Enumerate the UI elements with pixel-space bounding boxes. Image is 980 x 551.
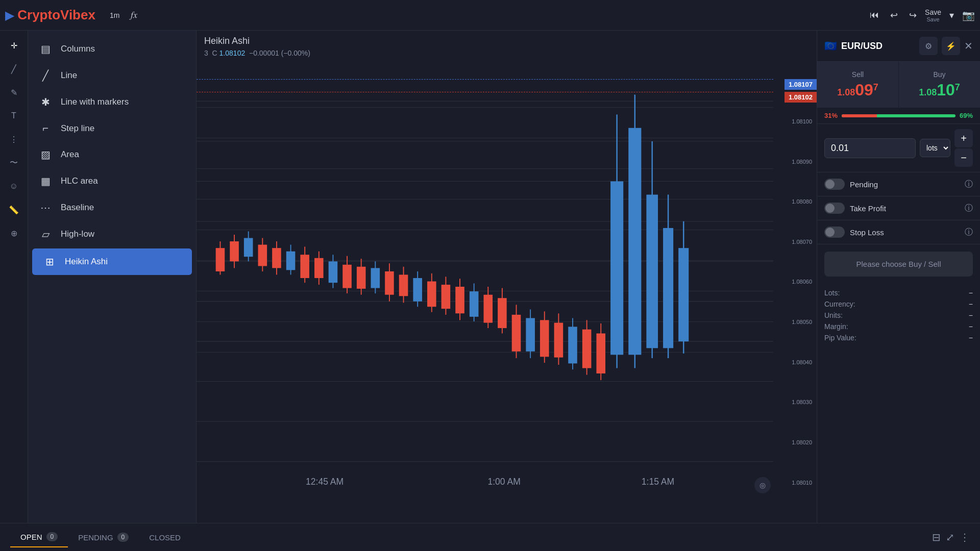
y-axis: 1.08110 1.08100 1.08090 1.08080 1.08070 … [773, 31, 814, 523]
take-profit-info-icon[interactable]: ⓘ [965, 203, 973, 214]
y-label-3: 1.08090 [773, 159, 814, 165]
zoom-tool[interactable]: ⊕ [4, 223, 23, 243]
chart-svg: 12:45 AM 1:00 AM 1:15 AM [197, 61, 773, 495]
lots-label: Lots: [824, 289, 840, 297]
ruler-tool[interactable]: 📏 [4, 200, 23, 219]
chart-type-line-with-markers[interactable]: ✱ Line with markers [28, 89, 196, 115]
chart-title: Heikin Ashi [204, 36, 250, 46]
stop-loss-info-icon[interactable]: ⓘ [965, 227, 973, 238]
lot-decrease-button[interactable]: − [954, 148, 973, 167]
screenshot-button[interactable]: 📷 [962, 9, 975, 21]
line-markers-icon: ✱ [38, 96, 53, 108]
sell-button[interactable]: Sell 1.08097 [817, 62, 899, 108]
chart-type-hlc-area[interactable]: ▦ HLC area [28, 168, 196, 194]
panel-icons: ⚙ ⚡ ✕ [919, 37, 973, 55]
pair-header: 🇪🇺 EUR/USD ⚙ ⚡ ✕ [817, 31, 980, 62]
chart-type-area[interactable]: ▨ Area [28, 141, 196, 168]
emoji-tool[interactable]: ☺ [4, 177, 23, 196]
chart-type-heikin-ashi[interactable]: ⊞ Heikin Ashi [32, 248, 192, 275]
high-low-label: High-low [61, 229, 94, 239]
take-profit-toggle-row: Take Profit ⓘ [817, 196, 980, 220]
top-bar: ▶ CryptoVibex 1m 𝑓𝑥 ⏮ ↩ ↪ Save Save ▾ 📷 [0, 0, 980, 31]
tab-pending[interactable]: PENDING 0 [68, 528, 139, 547]
chart-type-baseline[interactable]: ⋯ Baseline [28, 194, 196, 221]
redo-button[interactable]: ↪ [906, 7, 920, 24]
summary-units: Units: − [824, 311, 973, 319]
tab-open[interactable]: OPEN 0 [10, 527, 68, 547]
candlestick-chart[interactable]: 12:45 AM 1:00 AM 1:15 AM [197, 61, 773, 495]
lot-input[interactable] [824, 138, 916, 158]
settings-button[interactable]: ⚙ [919, 37, 938, 55]
chart-type-step-line[interactable]: ⌐ Step line [28, 115, 196, 141]
order-summary: Lots: − Currency: − Units: − Margin: − P… [817, 284, 980, 347]
pct-bar [842, 114, 955, 117]
flag-icon: 🇪🇺 [824, 40, 837, 52]
stop-loss-toggle[interactable] [824, 227, 845, 238]
pencil-tool[interactable]: ✎ [4, 83, 23, 102]
undo-button[interactable]: ↩ [887, 7, 901, 24]
summary-currency: Currency: − [824, 300, 973, 308]
tab-closed[interactable]: CLOSED [139, 528, 191, 547]
y-label-7: 1.08050 [773, 319, 814, 325]
save-dropdown-button[interactable]: ▾ [946, 7, 957, 24]
area-icon: ▨ [38, 148, 53, 161]
save-button[interactable]: Save Save [925, 8, 941, 22]
baseline-label: Baseline [61, 203, 94, 213]
timeframe-button[interactable]: 1m [106, 9, 124, 21]
lightning-button[interactable]: ⚡ [942, 37, 960, 55]
buy-price: 1.08107 [919, 81, 960, 99]
lot-increase-button[interactable]: + [954, 129, 973, 147]
pending-toggle[interactable] [824, 179, 845, 190]
chart-type-columns[interactable]: ▤ Columns [28, 36, 196, 62]
text-tool[interactable]: T [4, 106, 23, 126]
crosshair-tool[interactable]: ✛ [4, 36, 23, 55]
margin-label: Margin: [824, 322, 848, 331]
buy-price-main: 10 [937, 81, 955, 99]
y-label-9: 1.08030 [773, 399, 814, 405]
node-tool[interactable]: ⋮ [4, 130, 23, 149]
margin-value: − [969, 322, 973, 331]
wave-tool[interactable]: 〜 [4, 153, 23, 172]
step-line-label: Step line [61, 123, 94, 134]
sell-price-sup: 7 [873, 82, 878, 92]
lot-unit-select[interactable]: lots [920, 139, 950, 157]
stop-loss-toggle-row: Stop Loss ⓘ [817, 220, 980, 244]
main-content: ✛ ╱ ✎ T ⋮ 〜 ☺ 📏 ⊕ ▤ Columns ╱ Line ✱ Lin… [0, 31, 980, 523]
stop-loss-label: Stop Loss [850, 228, 960, 237]
save-label: Save [925, 8, 941, 16]
line-tool[interactable]: ╱ [4, 59, 23, 79]
choose-buy-sell-button[interactable]: Please choose Buy / Sell [824, 252, 973, 277]
open-tab-label: OPEN [20, 533, 42, 541]
y-label-8: 1.08040 [773, 359, 814, 365]
line-icon: ╱ [38, 69, 53, 82]
expand-icon-button[interactable]: ⤢ [946, 531, 954, 543]
settings-icon: ⚙ [925, 41, 932, 51]
logo-play-icon: ▶ [5, 9, 14, 22]
high-low-icon: ▱ [38, 228, 53, 240]
summary-lots: Lots: − [824, 289, 973, 297]
take-profit-toggle[interactable] [824, 203, 845, 214]
pip-value: − [969, 334, 973, 342]
buy-button[interactable]: Buy 1.08107 [899, 62, 980, 108]
svg-text:12:45 AM: 12:45 AM [306, 477, 344, 487]
sell-label: Sell [852, 70, 864, 79]
pending-info-icon[interactable]: ⓘ [965, 179, 973, 190]
open-count: 0 [46, 532, 58, 541]
units-label: Units: [824, 311, 843, 319]
lightning-icon: ⚡ [946, 41, 956, 51]
price-label-red: 1.08102 [785, 92, 817, 103]
buy-price-prefix: 1.08 [919, 87, 937, 97]
ohlc-prefix: 3 [204, 49, 208, 57]
hlc-area-icon: ▦ [38, 175, 53, 187]
back-skip-button[interactable]: ⏮ [867, 7, 882, 23]
positions-icon-button[interactable]: ⊟ [932, 531, 941, 543]
right-panel: 🇪🇺 EUR/USD ⚙ ⚡ ✕ Sell 1.08097 [817, 31, 980, 523]
close-panel-button[interactable]: ✕ [964, 37, 973, 55]
chart-type-high-low[interactable]: ▱ High-low [28, 221, 196, 247]
scroll-to-present-button[interactable]: ◎ [754, 477, 771, 493]
chart-ohlc: 3 C 1.08102 −0.00001 (−0.00%) [204, 49, 310, 57]
indicators-button[interactable]: 𝑓𝑥 [128, 7, 140, 23]
chart-type-line[interactable]: ╱ Line [28, 62, 196, 89]
more-options-button[interactable]: ⋮ [960, 531, 970, 543]
pair-name: EUR/USD [841, 41, 883, 52]
